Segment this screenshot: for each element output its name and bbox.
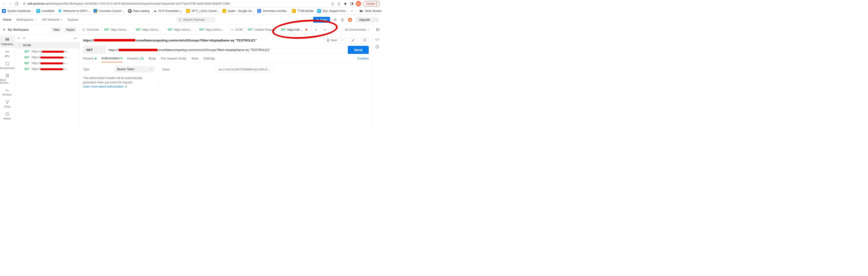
- extensions-icon[interactable]: [343, 1, 347, 6]
- info-icon[interactable]: [375, 45, 379, 49]
- svg-point-25: [7, 103, 7, 104]
- nav-explore[interactable]: Explore: [68, 18, 79, 22]
- svg-rect-22: [6, 76, 8, 77]
- code-icon[interactable]: [375, 37, 379, 42]
- lock-icon: [23, 2, 26, 5]
- tab-params[interactable]: Params: [83, 57, 96, 62]
- comment-icon[interactable]: [361, 37, 369, 44]
- auth-type-select[interactable]: Bearer Token: [115, 66, 155, 73]
- add-icon[interactable]: [17, 36, 21, 40]
- bookmark-item[interactable]: ❄SQL Support Kno...: [317, 9, 348, 13]
- svg-point-10: [4, 29, 5, 30]
- bookmark-item[interactable]: ▭Spark - Google Sli...: [222, 9, 254, 13]
- collection-sidebar: SCIM GEThttps://s-e... GEThttps://-e... …: [14, 35, 80, 132]
- collection-folder[interactable]: SCIM: [14, 42, 80, 49]
- back-button[interactable]: [2, 1, 6, 6]
- request-item[interactable]: GEThttps://a-...: [14, 60, 80, 66]
- tab-untitled[interactable]: GETUntitled Request: [245, 25, 278, 34]
- import-button[interactable]: Import: [64, 27, 77, 32]
- star-icon[interactable]: [337, 1, 341, 6]
- settings-icon[interactable]: [333, 18, 337, 22]
- environment-quicklook-icon[interactable]: [373, 25, 382, 34]
- sidebar-collections[interactable]: Collections: [0, 36, 14, 48]
- folder-icon: [231, 28, 234, 31]
- bookmark-item[interactable]: ▭TT&FailSafe: [292, 9, 314, 13]
- sidebar-flows[interactable]: Flows: [0, 98, 14, 110]
- nav-home[interactable]: Home: [3, 18, 11, 22]
- save-dropdown[interactable]: [340, 37, 345, 44]
- bookmark-item[interactable]: ▸Serverless Archite...: [257, 9, 288, 13]
- environment-select[interactable]: No Environment: [341, 25, 373, 34]
- upgrade-dropdown[interactable]: [373, 17, 379, 22]
- tab-authorization[interactable]: Authorization: [101, 56, 122, 62]
- tab-active[interactable]: GEThttps://sfcsupp: [278, 25, 310, 34]
- filter-icon[interactable]: [22, 36, 26, 40]
- sidebar-history[interactable]: History: [0, 110, 14, 122]
- share-icon[interactable]: [331, 1, 335, 6]
- workspace-title: My Workspace: [8, 28, 49, 31]
- tab-request[interactable]: GEThttps://sfcsuppor: [133, 25, 165, 34]
- bookmark-icon: ❄: [36, 9, 40, 13]
- cookies-link[interactable]: Cookies: [357, 57, 369, 62]
- other-bookmarks[interactable]: Other Bookmarks: [359, 9, 382, 13]
- far-sidebar: Collections APIs Environments Mock Serve…: [0, 35, 14, 132]
- bookmark-icon: ✱: [128, 9, 132, 13]
- forward-button[interactable]: [8, 1, 13, 6]
- bookmark-item[interactable]: ❄snowflake: [36, 9, 55, 13]
- bookmark-item[interactable]: ☁GCP Essentials |...: [153, 9, 183, 13]
- bookmark-item[interactable]: Coursera Course:...: [94, 9, 124, 13]
- tab-overview[interactable]: Overview: [80, 25, 102, 34]
- request-title: https://snowflakecomputing.com/scim/v2/G…: [83, 38, 321, 42]
- more-icon[interactable]: [73, 38, 77, 39]
- request-item[interactable]: GEThttps://e-...: [14, 66, 80, 72]
- token-input[interactable]: ver:2-hint:5226975395998-did:2003-ETMs: [216, 66, 274, 73]
- url-input[interactable]: https://snowflakecomputing.com/scim/v2/G…: [106, 46, 345, 54]
- request-item[interactable]: GEThttps://s-e...: [14, 49, 80, 54]
- tab-request[interactable]: GEThttps://sfcsuppor: [102, 25, 133, 34]
- svg-point-3: [376, 3, 377, 4]
- invite-button[interactable]: Invite: [313, 17, 330, 23]
- bookmark-item[interactable]: ✱Data loading: [128, 9, 150, 13]
- save-button[interactable]: Save: [324, 37, 340, 44]
- tab-collection[interactable]: SCIM: [228, 25, 245, 34]
- sidebar-apis[interactable]: APIs: [0, 48, 14, 59]
- tab-body[interactable]: Body: [149, 57, 156, 62]
- request-item[interactable]: GEThttps://-e...: [14, 54, 80, 60]
- svg-point-24: [8, 101, 9, 102]
- tab-settings[interactable]: Settings: [204, 57, 215, 62]
- auth-learn-more-link[interactable]: Learn more about authorization: [83, 85, 127, 88]
- sidebar-mock-servers[interactable]: Mock Servers: [0, 72, 14, 86]
- auth-type-label: Type: [83, 67, 112, 71]
- bookmark-icon: [94, 9, 97, 13]
- sidebar-monitors[interactable]: Monitors: [0, 86, 14, 98]
- upgrade-button[interactable]: Upgrade: [355, 17, 373, 23]
- send-button[interactable]: Send: [348, 46, 369, 54]
- bookmark-item[interactable]: ▭SFTI_L2011.Snowf...: [186, 9, 219, 13]
- new-button[interactable]: New: [51, 27, 62, 32]
- tab-headers[interactable]: Headers(6): [127, 57, 144, 62]
- new-tab-button[interactable]: [311, 26, 320, 33]
- address-bar[interactable]: web.postman.co/workspace/My-Workspace~9c…: [21, 2, 329, 5]
- update-button[interactable]: Update: [363, 1, 380, 6]
- search-postman[interactable]: Search Postman: [176, 17, 215, 23]
- method-select[interactable]: GET: [83, 46, 106, 54]
- svg-rect-21: [6, 74, 8, 75]
- sidebar-icon[interactable]: [349, 1, 354, 6]
- url-path: /workspace/My-Workspace~9c3e05e1-37e3-41…: [49, 2, 230, 5]
- notifications-icon[interactable]: [340, 18, 345, 22]
- nav-api-network[interactable]: API Network: [42, 18, 63, 22]
- bookmarks-overflow[interactable]: »: [351, 9, 353, 13]
- nav-workspaces[interactable]: Workspaces: [16, 18, 37, 22]
- tab-tests[interactable]: Tests: [191, 57, 198, 62]
- tab-overflow[interactable]: [322, 25, 328, 34]
- reload-button[interactable]: [14, 1, 19, 6]
- tab-request[interactable]: GEThttps://sfcsuppor: [197, 25, 228, 34]
- profile-avatar[interactable]: Md: [356, 1, 361, 6]
- bookmark-item[interactable]: 🌐Welcome to HDFC...: [58, 9, 90, 13]
- bookmark-item[interactable]: ◆System Dashboar...: [2, 9, 33, 13]
- tab-request[interactable]: GEThttps://sfcsuppor: [165, 25, 197, 34]
- sidebar-environments[interactable]: Environments: [0, 59, 14, 72]
- tab-prerequest[interactable]: Pre-request Script: [161, 57, 186, 62]
- postman-logo-icon[interactable]: [347, 17, 352, 22]
- edit-icon[interactable]: [349, 37, 357, 44]
